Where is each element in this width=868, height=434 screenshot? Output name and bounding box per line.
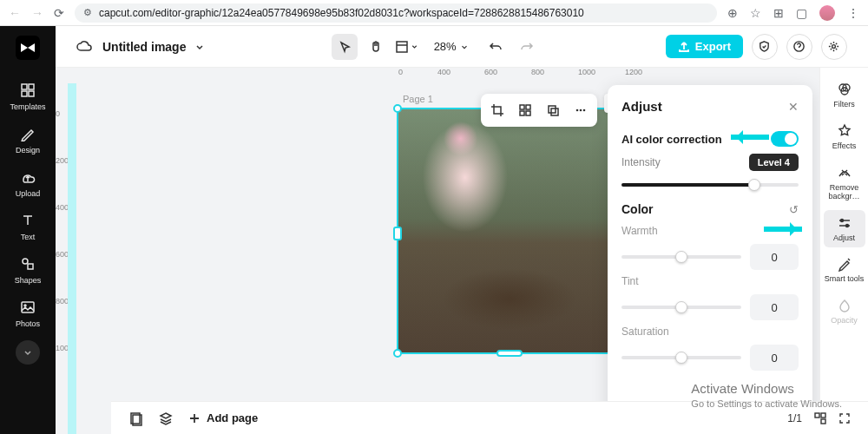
title-chevron-icon[interactable]: [194, 42, 205, 52]
sidebar-item-photos[interactable]: Photos: [3, 292, 52, 333]
tint-slider[interactable]: [621, 306, 741, 309]
export-button[interactable]: Export: [666, 35, 743, 58]
crop-button[interactable]: [484, 97, 510, 123]
cloud-sync-icon[interactable]: [76, 38, 94, 56]
svg-rect-6: [28, 264, 33, 269]
profile-avatar[interactable]: [819, 5, 835, 21]
selection-toolbar: [481, 94, 597, 127]
document-title[interactable]: Untitled image: [102, 40, 186, 54]
panel-title: Adjust: [621, 99, 662, 114]
svg-rect-4: [29, 91, 34, 96]
site-info-icon[interactable]: ⚙: [83, 7, 92, 18]
svg-point-20: [583, 109, 586, 112]
address-bar[interactable]: ⚙ capcut.com/editor-graphic/12a24ea05778…: [75, 3, 717, 23]
hand-tool-button[interactable]: [363, 34, 389, 60]
svg-rect-17: [551, 108, 558, 115]
side-panel-icon[interactable]: ▢: [796, 6, 807, 20]
pages-icon[interactable]: [128, 411, 144, 426]
svg-rect-12: [520, 105, 524, 109]
tint-value[interactable]: 0: [750, 294, 799, 320]
sidebar-more-button[interactable]: [16, 340, 40, 365]
sidebar-item-templates[interactable]: Templates: [3, 75, 52, 116]
intensity-badge: Level 4: [749, 154, 799, 171]
undo-button[interactable]: [483, 34, 509, 60]
extensions-icon[interactable]: ⊞: [773, 6, 784, 20]
browser-chrome: ← → ⟳ ⚙ capcut.com/editor-graphic/12a24e…: [0, 0, 868, 26]
design-icon: [19, 125, 36, 142]
annotation-arrow-ai: [731, 135, 769, 140]
selected-image[interactable]: [397, 108, 622, 354]
forward-button[interactable]: →: [31, 6, 43, 20]
fullscreen-icon[interactable]: [838, 412, 851, 424]
templates-icon: [19, 82, 36, 99]
page-indicator: 1/1: [787, 412, 802, 424]
rail-item-effects[interactable]: Effects: [824, 118, 865, 156]
ruler-vertical: 0 200 400 600 800 1000: [56, 83, 68, 434]
bottom-bar: Add page 1/1: [111, 401, 868, 434]
separate-button[interactable]: [512, 97, 538, 123]
zoom-icon[interactable]: ⊕: [727, 6, 738, 20]
sidebar-item-shapes[interactable]: Shapes: [3, 248, 52, 290]
more-options-button[interactable]: [568, 97, 594, 123]
warmth-value[interactable]: 0: [750, 244, 799, 270]
warmth-slider[interactable]: [621, 255, 741, 259]
settings-icon[interactable]: [821, 34, 847, 60]
rail-item-smart-tools[interactable]: Smart tools: [824, 251, 865, 289]
svg-rect-1: [22, 84, 27, 89]
shield-icon[interactable]: [752, 34, 778, 60]
ruler-horizontal: 0 400 600 800 1000 1200: [56, 68, 868, 83]
grid-view-icon[interactable]: [814, 412, 826, 424]
resize-handle-sw[interactable]: [393, 349, 402, 358]
resize-dropdown-button[interactable]: [394, 34, 420, 60]
resize-handle-s[interactable]: [496, 350, 523, 357]
rail-item-filters[interactable]: Filters: [824, 76, 865, 115]
upload-icon: [19, 168, 36, 186]
intensity-label: Intensity: [621, 156, 740, 168]
resize-handle-nw[interactable]: [393, 104, 402, 113]
add-page-button[interactable]: Add page: [187, 411, 258, 425]
bookmark-icon[interactable]: ☆: [750, 6, 761, 20]
svg-point-5: [23, 259, 28, 264]
ai-correction-toggle[interactable]: [771, 131, 799, 147]
rail-item-opacity[interactable]: Opacity: [824, 293, 865, 331]
svg-point-8: [24, 305, 26, 306]
saturation-slider[interactable]: [621, 356, 741, 359]
svg-rect-2: [29, 84, 34, 89]
zoom-dropdown[interactable]: 28%: [434, 40, 469, 53]
svg-rect-7: [22, 302, 34, 312]
rail-item-adjust[interactable]: Adjust: [824, 210, 865, 248]
right-tool-rail: Filters Effects Remove backgr… Adjust Sm…: [819, 68, 868, 434]
sidebar-item-upload[interactable]: Upload: [3, 161, 52, 203]
canvas[interactable]: 0 400 600 800 1000 1200 0 200 400 600 80…: [56, 68, 868, 434]
select-tool-button[interactable]: [332, 34, 358, 60]
kebab-menu-icon[interactable]: ⋮: [847, 6, 859, 20]
back-button[interactable]: ←: [9, 6, 21, 20]
close-panel-button[interactable]: ✕: [788, 100, 799, 114]
sidebar-item-text[interactable]: Text: [3, 205, 52, 247]
resize-handle-w[interactable]: [393, 227, 402, 240]
text-icon: [19, 212, 36, 229]
svg-point-19: [580, 109, 582, 112]
help-icon[interactable]: [786, 34, 812, 60]
intensity-slider[interactable]: [621, 183, 799, 187]
redo-button[interactable]: [514, 34, 540, 60]
app-logo[interactable]: [15, 35, 41, 61]
svg-point-25: [845, 224, 848, 227]
copy-button[interactable]: [540, 97, 566, 123]
saturation-value[interactable]: 0: [750, 345, 799, 371]
svg-rect-14: [520, 111, 524, 115]
reset-color-button[interactable]: ↺: [789, 203, 799, 216]
svg-rect-16: [549, 106, 556, 113]
ai-correction-label: AI color correction: [621, 133, 722, 146]
top-toolbar: Untitled image 28% Export: [56, 26, 868, 68]
sidebar-item-design[interactable]: Design: [3, 118, 52, 160]
url-text: capcut.com/editor-graphic/12a24ea0577849…: [99, 7, 584, 19]
saturation-label: Saturation: [621, 326, 799, 338]
tint-label: Tint: [621, 275, 799, 287]
svg-rect-15: [526, 111, 530, 115]
rail-item-remove-bg[interactable]: Remove backgr…: [824, 160, 865, 207]
adjust-panel: Adjust ✕ AI color correction Intensity L…: [608, 85, 812, 425]
svg-rect-29: [821, 413, 825, 418]
layers-icon[interactable]: [158, 411, 174, 426]
reload-button[interactable]: ⟳: [54, 6, 64, 20]
